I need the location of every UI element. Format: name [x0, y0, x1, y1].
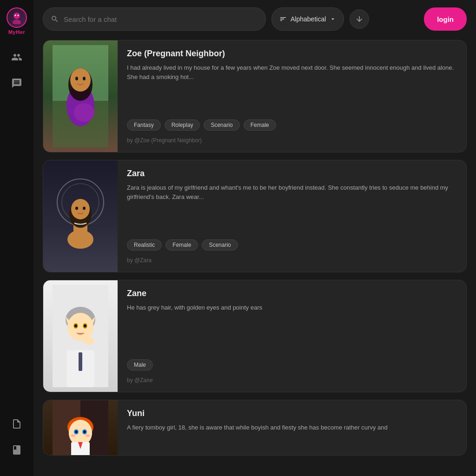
svg-point-21 [83, 207, 86, 210]
logo[interactable]: MyHer [7, 7, 27, 35]
card-name-yuni: Yuni [127, 409, 457, 418]
header: Alphabetical login [43, 7, 467, 31]
card-tags-zane: Male [127, 359, 457, 370]
card-image-zane [43, 280, 118, 392]
card-description-zane: He has grey hair, with golden eyes and p… [127, 303, 457, 355]
svg-point-7 [74, 103, 94, 122]
card-tags-zoe: Fantasy Roleplay Scenario Female [127, 119, 457, 131]
login-button[interactable]: login [424, 7, 467, 31]
yuni-avatar [53, 400, 108, 456]
logo-text: MyHer [8, 29, 25, 35]
svg-point-47 [71, 434, 75, 437]
svg-point-45 [75, 430, 78, 433]
tag-roleplay: Roleplay [165, 119, 200, 131]
card-content-zara: Zara Zara is jealous of my girlfriend an… [118, 160, 466, 272]
chevron-down-icon [330, 16, 336, 22]
card-name-zoe: Zoe (Pregnant Neighbor) [127, 49, 457, 59]
library-icon [11, 444, 22, 456]
tag-male: Male [127, 359, 153, 370]
card-author-zoe: by @Zoe (Pregnant Neighbor) [127, 137, 457, 144]
tag-realistic: Realistic [127, 239, 162, 251]
sidebar: MyHer [0, 0, 33, 476]
card-description-zoe: I had already lived in my house for a fe… [127, 63, 457, 115]
zane-avatar [53, 285, 108, 387]
card-tags-zara: Realistic Female Scenario [127, 239, 457, 251]
svg-point-3 [18, 15, 19, 16]
card-author-zara: by @Zara [127, 257, 457, 264]
sidebar-nav [6, 46, 28, 407]
sidebar-item-documents[interactable] [6, 413, 28, 435]
sidebar-item-chats[interactable] [6, 72, 28, 94]
tag-scenario: Scenario [204, 119, 239, 131]
svg-point-10 [70, 68, 91, 92]
svg-point-11 [75, 77, 78, 80]
card-zara[interactable]: Zara Zara is jealous of my girlfriend an… [43, 160, 467, 272]
svg-point-32 [74, 324, 77, 328]
logo-circle [7, 7, 27, 28]
card-name-zara: Zara [127, 169, 457, 178]
card-author-zane: by @Zane [127, 377, 457, 383]
svg-point-36 [83, 337, 94, 344]
card-image-zara [43, 160, 118, 272]
sidebar-bottom [6, 413, 28, 469]
sort-lines-icon [279, 15, 287, 23]
cards-list: Zoe (Pregnant Neighbor) I had already li… [43, 40, 467, 456]
search-input[interactable] [64, 15, 258, 23]
card-content-zane: Zane He has grey hair, with golden eyes … [118, 280, 466, 392]
card-description-zara: Zara is jealous of my girlfriend and wha… [127, 183, 457, 235]
sidebar-item-library[interactable] [6, 439, 28, 461]
arrow-down-icon [355, 15, 364, 23]
tag-scenario-zara: Scenario [202, 239, 238, 251]
zara-avatar [53, 165, 108, 267]
tag-female: Female [244, 119, 276, 131]
chats-icon [11, 78, 22, 89]
zoe-avatar [53, 45, 108, 147]
tag-fantasy: Fantasy [127, 119, 161, 131]
svg-point-20 [75, 207, 78, 210]
card-image-yuni [43, 400, 118, 456]
svg-point-2 [15, 15, 16, 16]
svg-point-0 [13, 13, 20, 19]
sort-direction-button[interactable] [350, 9, 369, 29]
card-zane[interactable]: Zane He has grey hair, with golden eyes … [43, 280, 467, 392]
svg-point-42 [69, 420, 92, 446]
card-image-zoe [43, 40, 118, 152]
sort-label: Alphabetical [291, 15, 326, 23]
svg-point-48 [86, 434, 90, 437]
svg-rect-24 [79, 352, 82, 371]
card-content-zoe: Zoe (Pregnant Neighbor) I had already li… [118, 40, 466, 152]
svg-point-33 [84, 324, 86, 328]
people-icon [11, 52, 22, 63]
sort-button[interactable]: Alphabetical [271, 7, 344, 31]
document-icon [11, 418, 22, 430]
logo-icon [10, 11, 23, 24]
search-icon [51, 15, 59, 23]
svg-point-1 [13, 20, 21, 24]
svg-point-19 [71, 199, 90, 219]
svg-point-46 [84, 430, 86, 433]
card-zoe[interactable]: Zoe (Pregnant Neighbor) I had already li… [43, 40, 467, 152]
tag-female-zara: Female [165, 239, 198, 251]
card-name-zane: Zane [127, 289, 457, 298]
card-yuni[interactable]: Yuni A fiery tomboy girl, 18, she is awa… [43, 400, 467, 456]
main-content: Alphabetical login [33, 0, 476, 476]
search-bar[interactable] [43, 7, 266, 31]
sidebar-item-characters[interactable] [6, 46, 28, 68]
svg-point-12 [83, 77, 86, 80]
card-description-yuni: A fiery tomboy girl, 18, she is aware th… [127, 423, 457, 447]
svg-point-29 [67, 313, 93, 341]
card-content-yuni: Yuni A fiery tomboy girl, 18, she is awa… [118, 400, 466, 455]
